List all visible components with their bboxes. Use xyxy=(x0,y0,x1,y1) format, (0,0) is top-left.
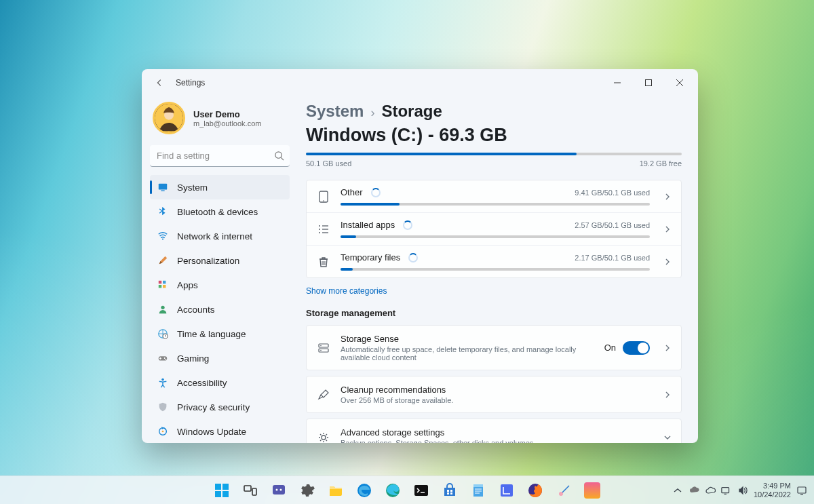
sidebar-item-windows-update[interactable]: Windows Update xyxy=(150,419,290,444)
taskbar-snip[interactable] xyxy=(494,478,520,503)
sidebar-item-label: System xyxy=(177,182,208,193)
svg-point-6 xyxy=(275,152,282,158)
svg-point-23 xyxy=(162,431,164,433)
taskbar-taskview[interactable] xyxy=(237,478,263,503)
sidebar-item-personalization[interactable]: Personalization xyxy=(150,248,290,273)
wifi-icon xyxy=(157,230,169,242)
chevron-right-icon: › xyxy=(370,106,374,120)
store-icon xyxy=(442,482,458,499)
sidebar-item-label: Privacy & security xyxy=(177,402,250,412)
taskbar-edge-legacy[interactable] xyxy=(351,478,377,503)
mgmt-advanced-storage-settings[interactable]: Advanced storage settingsBackup options,… xyxy=(306,419,682,443)
category-bar xyxy=(341,203,650,206)
svg-rect-9 xyxy=(161,190,164,191)
sidebar-item-system[interactable]: System xyxy=(150,175,290,199)
drive-title: Windows (C:) - 69.3 GB xyxy=(306,125,682,146)
maximize-button[interactable] xyxy=(633,72,664,94)
start-button[interactable] xyxy=(209,478,235,503)
svg-point-20 xyxy=(166,359,167,360)
notifications-tray-icon[interactable] xyxy=(796,485,807,496)
cloud-tray-icon[interactable] xyxy=(705,485,716,496)
chevron-up-icon[interactable] xyxy=(672,485,683,496)
search-input[interactable] xyxy=(150,145,290,167)
chevron-right-icon xyxy=(663,193,672,201)
svg-rect-8 xyxy=(159,184,167,190)
sidebar-item-network-internet[interactable]: Network & internet xyxy=(150,224,290,248)
sidebar-item-accessibility[interactable]: Accessibility xyxy=(150,370,290,395)
mgmt-subtitle: Over 256 MB of storage available. xyxy=(341,396,632,404)
loading-spinner-icon xyxy=(408,253,418,263)
svg-rect-55 xyxy=(450,492,452,495)
storage-category-other[interactable]: Other9.41 GB/50.1 GB used xyxy=(307,180,681,212)
svg-point-27 xyxy=(319,229,320,230)
sidebar-item-privacy-security[interactable]: Privacy & security xyxy=(150,395,290,419)
taskbar-settings[interactable] xyxy=(294,478,320,503)
category-usage: 2.57 GB/50.1 GB used xyxy=(575,221,650,229)
taskbar-app[interactable] xyxy=(579,478,605,503)
show-more-categories-link[interactable]: Show more categories xyxy=(306,286,387,296)
taskbar-center xyxy=(209,478,605,503)
svg-rect-14 xyxy=(163,285,166,288)
broom-icon xyxy=(316,388,331,402)
network-tray-icon[interactable] xyxy=(721,485,732,496)
svg-rect-46 xyxy=(273,485,285,495)
close-button[interactable] xyxy=(664,72,695,94)
taskbar-explorer[interactable] xyxy=(323,478,349,503)
mgmt-storage-sense[interactable]: Storage SenseAutomatically free up space… xyxy=(306,325,682,370)
taskbar-firefox[interactable] xyxy=(522,478,548,503)
category-usage: 9.41 GB/50.1 GB used xyxy=(575,189,650,197)
chevron-down-icon xyxy=(663,433,672,442)
mgmt-subtitle: Backup options, Storage Spaces, other di… xyxy=(341,439,632,443)
sidebar-item-label: Gaming xyxy=(177,353,209,364)
onedrive-tray-icon[interactable] xyxy=(689,485,699,496)
update-icon xyxy=(157,425,169,438)
taskbar-notepad[interactable] xyxy=(465,478,491,503)
svg-point-26 xyxy=(319,225,320,227)
taskbar-edge[interactable] xyxy=(380,478,406,503)
bluetooth-icon xyxy=(157,206,169,218)
sidebar-item-gaming[interactable]: Gaming xyxy=(150,346,290,370)
svg-line-7 xyxy=(281,157,284,160)
category-bar xyxy=(341,268,650,271)
taskbar-paint[interactable] xyxy=(551,478,577,503)
category-label: Temporary files xyxy=(341,252,400,263)
window-controls xyxy=(602,72,695,94)
taskbar-chat[interactable] xyxy=(266,478,292,503)
user-account-row[interactable]: User Demo m_lab@outlook.com xyxy=(150,99,290,140)
minimize-button[interactable] xyxy=(602,72,633,94)
accessibility-icon xyxy=(157,376,169,389)
mgmt-subtitle: Automatically free up space, delete temp… xyxy=(341,345,595,362)
titlebar: Settings xyxy=(142,69,698,96)
taskbar-clock[interactable]: 3:49 PM 10/24/2022 xyxy=(754,482,791,499)
grid-icon xyxy=(157,279,169,291)
storage-category-temporary-files[interactable]: Temporary files2.17 GB/50.1 GB used xyxy=(307,245,681,277)
drive-free-label: 19.2 GB free xyxy=(640,159,682,168)
category-label: Installed apps xyxy=(341,220,395,230)
mgmt-cleanup-recommendations[interactable]: Cleanup recommendationsOver 256 MB of st… xyxy=(306,376,682,413)
sidebar-item-apps[interactable]: Apps xyxy=(150,273,290,297)
sidebar-item-bluetooth-devices[interactable]: Bluetooth & devices xyxy=(150,199,290,224)
storage-sense-toggle[interactable] xyxy=(623,341,650,355)
taskbar-store[interactable] xyxy=(437,478,463,503)
sidebar-item-label: Time & language xyxy=(177,329,246,339)
svg-point-47 xyxy=(276,488,278,490)
loading-spinner-icon xyxy=(403,220,412,230)
app-icon xyxy=(584,482,600,499)
storage-category-installed-apps[interactable]: Installed apps2.57 GB/50.1 GB used xyxy=(307,212,681,245)
taskbar-terminal[interactable] xyxy=(408,478,434,503)
breadcrumb-root[interactable]: System xyxy=(306,102,364,121)
sidebar-item-time-language[interactable]: Time & language xyxy=(150,322,290,346)
minimize-icon xyxy=(614,79,621,86)
category-bar xyxy=(341,235,650,238)
volume-tray-icon[interactable] xyxy=(737,485,748,496)
sidebar-item-accounts[interactable]: Accounts xyxy=(150,297,290,322)
svg-rect-41 xyxy=(222,484,229,490)
svg-rect-44 xyxy=(244,486,251,491)
tray-time: 3:49 PM xyxy=(754,482,791,490)
svg-rect-64 xyxy=(722,487,729,492)
svg-rect-43 xyxy=(222,491,229,497)
back-button[interactable] xyxy=(150,73,169,92)
chevron-right-icon xyxy=(663,258,672,266)
user-email: m_lab@outlook.com xyxy=(193,119,261,128)
svg-point-10 xyxy=(162,238,163,239)
